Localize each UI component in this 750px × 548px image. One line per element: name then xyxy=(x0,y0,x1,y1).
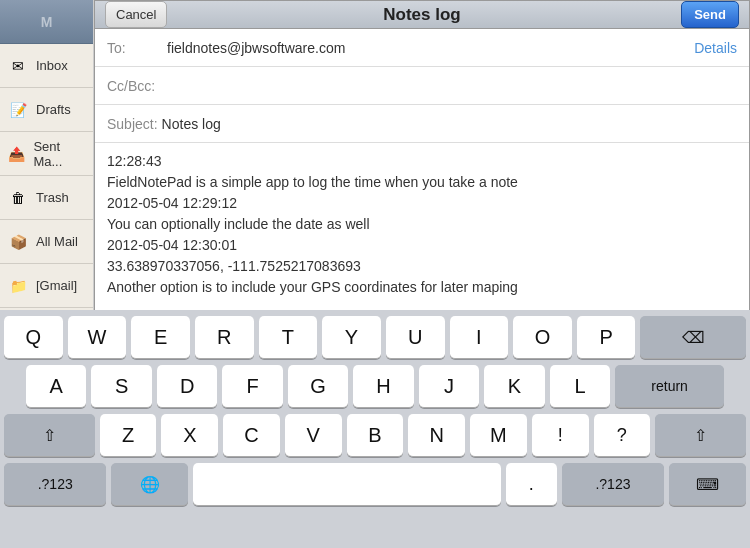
key-z[interactable]: Z xyxy=(100,414,157,457)
cc-field-row[interactable]: Cc/Bcc: xyxy=(95,67,749,105)
allmail-icon: 📦 xyxy=(8,232,28,252)
cancel-button[interactable]: Cancel xyxy=(105,1,167,28)
sidebar-item-drafts[interactable]: 📝 Drafts xyxy=(0,88,93,132)
drafts-icon: 📝 xyxy=(8,100,28,120)
key-y[interactable]: Y xyxy=(322,316,381,359)
sidebar-item-label: [Gmail] xyxy=(36,278,77,293)
sidebar-item-label: Trash xyxy=(36,190,69,205)
key-p[interactable]: P xyxy=(577,316,636,359)
sidebar-item-inbox[interactable]: ✉ Inbox xyxy=(0,44,93,88)
key-h[interactable]: H xyxy=(353,365,413,408)
key-g[interactable]: G xyxy=(288,365,348,408)
key-w[interactable]: W xyxy=(68,316,127,359)
num-key-right[interactable]: .?123 xyxy=(562,463,664,506)
key-i[interactable]: I xyxy=(450,316,509,359)
body-text: 12:28:43 FieldNotePad is a simple app to… xyxy=(107,151,737,298)
key-c[interactable]: C xyxy=(223,414,280,457)
key-x[interactable]: X xyxy=(161,414,218,457)
return-key[interactable]: return xyxy=(615,365,724,408)
key-n[interactable]: N xyxy=(408,414,465,457)
space-key[interactable] xyxy=(193,463,500,506)
backspace-key[interactable]: ⌫ xyxy=(640,316,746,359)
key-r[interactable]: R xyxy=(195,316,254,359)
compose-fields: To: fieldnotes@jbwsoftware.com Details C… xyxy=(95,29,749,339)
send-button[interactable]: Send xyxy=(681,1,739,28)
sidebar-header: M xyxy=(0,0,93,44)
details-button[interactable]: Details xyxy=(694,40,737,56)
inbox-icon: ✉ xyxy=(8,56,28,76)
sidebar-item-trash[interactable]: 🗑 Trash xyxy=(0,176,93,220)
key-s[interactable]: S xyxy=(91,365,151,408)
emoji-key[interactable]: 🌐 xyxy=(111,463,188,506)
key-period[interactable]: . xyxy=(506,463,557,506)
key-o[interactable]: O xyxy=(513,316,572,359)
key-m[interactable]: M xyxy=(470,414,527,457)
compose-window: Cancel Notes log Send To: fieldnotes@jbw… xyxy=(94,0,750,310)
keyboard-hide-key[interactable]: ⌨ xyxy=(669,463,746,506)
to-label: To: xyxy=(107,40,167,56)
gmail-icon: 📁 xyxy=(8,276,28,296)
sidebar-item-sent[interactable]: 📤 Sent Ma... xyxy=(0,132,93,176)
key-l[interactable]: L xyxy=(550,365,610,408)
shift-key-right[interactable]: ⇧ xyxy=(655,414,746,457)
keyboard-row-1: Q W E R T Y U I O P ⌫ xyxy=(4,316,746,359)
sidebar-item-label: Inbox xyxy=(36,58,68,73)
trash-icon: 🗑 xyxy=(8,188,28,208)
to-field-row[interactable]: To: fieldnotes@jbwsoftware.com Details xyxy=(95,29,749,67)
key-exclaim[interactable]: ! xyxy=(532,414,589,457)
key-j[interactable]: J xyxy=(419,365,479,408)
compose-toolbar: Cancel Notes log Send xyxy=(95,1,749,29)
key-d[interactable]: D xyxy=(157,365,217,408)
sidebar-item-allmail[interactable]: 📦 All Mail xyxy=(0,220,93,264)
sidebar-header-label: M xyxy=(41,14,53,30)
sidebar-item-label: Sent Ma... xyxy=(33,139,85,169)
compose-title: Notes log xyxy=(383,5,460,25)
subject-label: Subject: xyxy=(107,116,158,132)
key-a[interactable]: A xyxy=(26,365,86,408)
keyboard-row-3: ⇧ Z X C V B N M ! ? ⇧ xyxy=(4,414,746,457)
key-b[interactable]: B xyxy=(347,414,404,457)
key-question[interactable]: ? xyxy=(594,414,651,457)
to-value: fieldnotes@jbwsoftware.com xyxy=(167,40,694,56)
subject-field-row[interactable]: Subject: Notes log xyxy=(95,105,749,143)
subject-value: Notes log xyxy=(162,116,221,132)
keyboard-row-4: .?123 🌐 . .?123 ⌨ xyxy=(4,463,746,506)
key-v[interactable]: V xyxy=(285,414,342,457)
sidebar-item-gmail[interactable]: 📁 [Gmail] xyxy=(0,264,93,308)
key-t[interactable]: T xyxy=(259,316,318,359)
key-f[interactable]: F xyxy=(222,365,282,408)
key-u[interactable]: U xyxy=(386,316,445,359)
key-e[interactable]: E xyxy=(131,316,190,359)
cc-label: Cc/Bcc: xyxy=(107,78,167,94)
shift-key-left[interactable]: ⇧ xyxy=(4,414,95,457)
key-k[interactable]: K xyxy=(484,365,544,408)
keyboard: Q W E R T Y U I O P ⌫ A S D F G H J K L … xyxy=(0,310,750,548)
key-q[interactable]: Q xyxy=(4,316,63,359)
sent-icon: 📤 xyxy=(8,144,25,164)
keyboard-row-2: A S D F G H J K L return xyxy=(4,365,746,408)
sidebar-item-label: All Mail xyxy=(36,234,78,249)
sidebar-item-label: Drafts xyxy=(36,102,71,117)
num-key-left[interactable]: .?123 xyxy=(4,463,106,506)
